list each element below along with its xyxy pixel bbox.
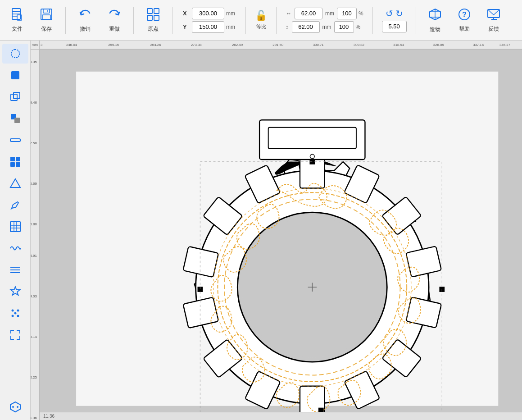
undo-button[interactable]: 撤销: [73, 5, 97, 35]
height-arrow-icon: ↕: [286, 23, 289, 30]
left-sidebar: [0, 41, 31, 420]
sidebar-btn-table[interactable]: [2, 217, 28, 237]
width-input[interactable]: [295, 8, 322, 19]
sidebar-btn-lines[interactable]: [2, 260, 28, 280]
width-pct-input[interactable]: [337, 8, 357, 19]
sidebar-btn-subtract[interactable]: [2, 130, 28, 150]
help-button[interactable]: ? 帮助: [452, 5, 477, 35]
svg-text:346.27: 346.27: [499, 43, 510, 47]
svg-line-30: [11, 208, 12, 210]
make-label: 造物: [430, 26, 440, 33]
sidebar-btn-pen[interactable]: [2, 195, 28, 215]
height-pct-input[interactable]: [334, 21, 354, 33]
x-coord-row: X mm: [183, 8, 235, 19]
x-unit: mm: [226, 10, 235, 17]
sidebar-btn-copy[interactable]: [2, 87, 28, 107]
x-label: X: [183, 10, 190, 17]
svg-rect-18: [11, 50, 19, 58]
width-mm: mm: [325, 10, 334, 17]
separator-7: [416, 7, 416, 34]
x-input[interactable]: [192, 8, 224, 19]
svg-text:300.71: 300.71: [313, 43, 324, 47]
y-coord-row: Y mm: [183, 21, 235, 33]
separator-1: [65, 7, 66, 34]
rotation-input[interactable]: [382, 21, 407, 32]
svg-text:11.36: 11.36: [31, 416, 37, 420]
svg-text:328.05: 328.05: [433, 43, 444, 47]
svg-marker-39: [11, 287, 20, 295]
origin-button[interactable]: 原点: [141, 5, 165, 35]
redo-label: 重做: [109, 25, 120, 33]
height-input[interactable]: [292, 21, 320, 33]
lock-icon[interactable]: 🔓: [255, 10, 267, 22]
sidebar-btn-bottom-expand[interactable]: [2, 397, 28, 417]
undo-icon: [78, 8, 92, 24]
svg-text:246.04: 246.04: [66, 43, 77, 47]
make-button[interactable]: 造物: [423, 5, 448, 36]
save-icon: [40, 8, 53, 24]
redo-icon: [108, 8, 121, 24]
svg-text:255.15: 255.15: [108, 43, 119, 47]
sidebar-btn-scatter[interactable]: [2, 303, 28, 323]
sidebar-btn-shape[interactable]: [2, 65, 28, 85]
separator-2: [133, 7, 134, 34]
help-label: 帮助: [459, 25, 470, 33]
y-input[interactable]: [192, 21, 224, 33]
separator-5: [276, 7, 277, 34]
horizontal-ruler: 3 246.04 255.15 264.26 273.38 282.49 291…: [40, 41, 522, 50]
toolbar: 文件 保存 撤销 重: [0, 0, 522, 41]
status-bar: 11.36: [40, 412, 522, 420]
design-canvas: [40, 50, 522, 420]
svg-rect-19: [11, 71, 19, 79]
canvas-area[interactable]: mm 3 246.04 255.15 264.26 273.38 282.49 …: [31, 41, 522, 420]
svg-text:154.91: 154.91: [31, 254, 37, 258]
svg-marker-45: [10, 402, 20, 412]
lock-area: 🔓 等比: [253, 10, 269, 30]
file-label: 文件: [12, 25, 23, 33]
height-mm: mm: [322, 24, 331, 30]
file-button[interactable]: 文件: [5, 5, 29, 35]
vertical-ruler: 109.35 118.46 127.58 136.69 145.80 154.9…: [31, 50, 40, 420]
sidebar-btn-cube[interactable]: [2, 109, 28, 128]
origin-icon: [146, 8, 160, 24]
sidebar-btn-grid[interactable]: [2, 152, 28, 172]
coordinates-area: X mm Y mm: [179, 8, 239, 33]
svg-text:273.38: 273.38: [191, 43, 202, 47]
lock-label: 等比: [256, 23, 266, 30]
size-area: ↔ mm % ↕ mm %: [283, 8, 366, 33]
sidebar-btn-select[interactable]: [2, 44, 28, 64]
svg-text:109.35: 109.35: [31, 60, 37, 64]
svg-marker-29: [10, 179, 20, 187]
sidebar-btn-expand[interactable]: [2, 325, 28, 345]
svg-text:182.25: 182.25: [31, 375, 37, 379]
svg-rect-6: [43, 9, 50, 13]
sidebar-btn-wave[interactable]: [2, 238, 28, 258]
canvas-work[interactable]: [40, 50, 522, 420]
svg-rect-9: [147, 9, 152, 14]
svg-point-47: [17, 406, 18, 408]
feedback-button[interactable]: 反馈: [481, 5, 506, 35]
svg-text:?: ?: [462, 11, 467, 18]
help-icon: ?: [458, 8, 471, 24]
sidebar-btn-star[interactable]: [2, 282, 28, 301]
make-icon: [428, 7, 442, 25]
sidebar-btn-triangle[interactable]: [2, 173, 28, 193]
svg-text:264.26: 264.26: [150, 43, 161, 47]
svg-rect-31: [10, 222, 20, 232]
svg-rect-23: [14, 118, 20, 123]
save-button[interactable]: 保存: [34, 5, 59, 35]
svg-text:136.69: 136.69: [31, 182, 37, 186]
svg-text:173.14: 173.14: [31, 335, 37, 339]
svg-point-41: [17, 310, 19, 312]
status-text: 11.36: [43, 414, 54, 419]
height-row: ↕ mm %: [286, 21, 363, 33]
rotate-cw-icon[interactable]: ↻: [395, 8, 403, 19]
redo-button[interactable]: 重做: [102, 5, 127, 35]
rotate-ccw-icon[interactable]: ↺: [386, 8, 393, 19]
height-pct-sign: %: [356, 24, 361, 30]
undo-label: 撤销: [80, 25, 91, 33]
ruler-corner: mm: [31, 41, 40, 50]
svg-text:127.58: 127.58: [31, 141, 37, 145]
separator-3: [172, 7, 172, 34]
origin-label: 原点: [148, 25, 159, 33]
